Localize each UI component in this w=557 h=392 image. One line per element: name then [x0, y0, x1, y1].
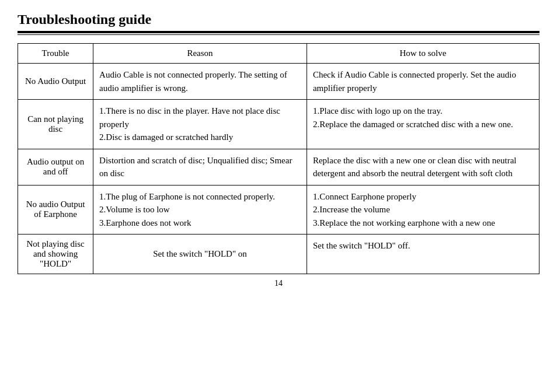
cell-trouble-4: Not playing disc and showing "HOLD"	[18, 235, 93, 274]
header-trouble: Trouble	[18, 44, 93, 64]
page-number: 14	[18, 279, 539, 288]
cell-trouble-0: No Audio Output	[18, 64, 93, 100]
title-divider-thin	[18, 34, 539, 35]
table-row: No Audio OutputAudio Cable is not connec…	[18, 64, 539, 100]
page-title: Troubleshooting guide	[18, 12, 539, 27]
header-solve: How to solve	[307, 44, 539, 64]
cell-reason-2: Distortion and scratch of disc; Unqualif…	[93, 149, 307, 185]
cell-trouble-3: No audio Output of Earphone	[18, 185, 93, 235]
cell-reason-4: Set the switch "HOLD" on	[93, 235, 307, 274]
cell-reason-3: 1.The plug of Earphone is not connected …	[93, 185, 307, 235]
cell-trouble-2: Audio output on and off	[18, 149, 93, 185]
cell-solve-3: 1.Connect Earphone properly2.Increase th…	[307, 185, 539, 235]
table-row: Audio output on and offDistortion and sc…	[18, 149, 539, 185]
cell-solve-1: 1.Place disc with logo up on the tray.2.…	[307, 100, 539, 149]
table-row: Can not playing disc1.There is no disc i…	[18, 100, 539, 149]
table-row: Not playing disc and showing "HOLD"Set t…	[18, 235, 539, 274]
cell-solve-0: Check if Audio Cable is connected proper…	[307, 64, 539, 100]
title-divider-thick	[18, 31, 539, 33]
header-reason: Reason	[93, 44, 307, 64]
cell-solve-2: Replace the disc with a new one or clean…	[307, 149, 539, 185]
cell-solve-4: Set the switch "HOLD" off.	[307, 235, 539, 274]
table-header-row: Trouble Reason How to solve	[18, 44, 539, 64]
cell-trouble-1: Can not playing disc	[18, 100, 93, 149]
table-row: No audio Output of Earphone1.The plug of…	[18, 185, 539, 235]
cell-reason-1: 1.There is no disc in the player. Have n…	[93, 100, 307, 149]
troubleshooting-table: Trouble Reason How to solve No Audio Out…	[18, 43, 539, 274]
cell-reason-0: Audio Cable is not connected properly. T…	[93, 64, 307, 100]
